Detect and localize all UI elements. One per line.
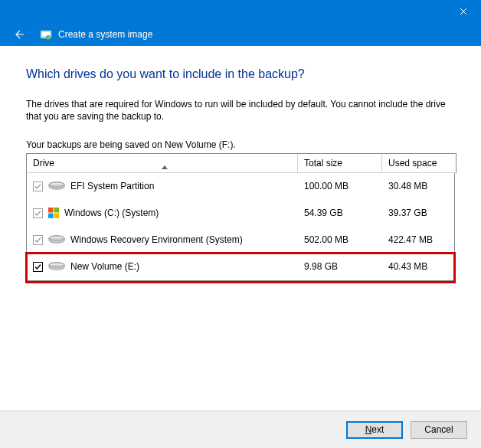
used-space-cell: 422.47 MB <box>382 227 454 253</box>
system-image-icon <box>40 28 52 41</box>
sort-indicator-icon <box>162 161 168 172</box>
total-size-cell: 100.00 MB <box>298 173 382 199</box>
grid-body: EFI System Partition100.00 MB30.48 MBWin… <box>26 173 455 281</box>
next-button[interactable]: Next <box>346 421 403 439</box>
disk-icon <box>47 260 66 273</box>
drive-checkbox <box>33 235 43 245</box>
cancel-button[interactable]: Cancel <box>411 421 467 439</box>
windows-logo-icon <box>47 207 60 219</box>
grid-header-row: Drive Total size Used space <box>27 154 456 173</box>
svg-rect-5 <box>48 208 54 213</box>
disk-icon <box>47 234 66 246</box>
svg-rect-7 <box>48 214 54 219</box>
back-arrow-icon <box>12 28 25 41</box>
disk-icon <box>47 180 66 192</box>
titlebar <box>0 0 481 23</box>
col-header-total-size[interactable]: Total size <box>298 154 382 172</box>
page-heading: Which drives do you want to include in t… <box>26 67 455 81</box>
drive-cell: Windows (C:) (System) <box>27 200 298 226</box>
drive-row: Windows (C:) (System)54.39 GB39.37 GB <box>27 200 454 227</box>
drive-grid-wrap: Drive Total size Used space EFI System P… <box>26 153 455 281</box>
saved-on-label: Your backups are being saved on New Volu… <box>26 139 455 150</box>
svg-rect-6 <box>54 208 60 213</box>
drive-cell: New Volume (E:) <box>27 253 298 280</box>
total-size-cell: 502.00 MB <box>298 227 382 253</box>
close-button[interactable] <box>446 0 481 23</box>
drive-checkbox[interactable] <box>33 262 43 272</box>
window-title: Create a system image <box>58 29 152 40</box>
footer: Next Cancel <box>0 410 481 448</box>
drive-name: New Volume (E:) <box>70 261 139 272</box>
drive-cell: Windows Recovery Environment (System) <box>27 227 298 253</box>
total-size-cell: 9.98 GB <box>298 253 382 280</box>
used-space-cell: 39.37 GB <box>382 200 454 226</box>
svg-rect-8 <box>54 214 60 219</box>
close-icon <box>460 8 467 15</box>
drive-row: Windows Recovery Environment (System)502… <box>27 227 454 253</box>
content-area: Which drives do you want to include in t… <box>0 46 481 281</box>
drive-checkbox <box>33 208 43 218</box>
used-space-cell: 40.43 MB <box>382 253 454 280</box>
col-header-used-space[interactable]: Used space <box>382 154 456 172</box>
next-rest: ext <box>371 424 384 435</box>
used-space-cell: 30.48 MB <box>382 173 454 199</box>
drive-grid-header-container: Drive Total size Used space <box>26 153 456 173</box>
total-size-cell: 54.39 GB <box>298 200 382 226</box>
drive-row: EFI System Partition100.00 MB30.48 MB <box>27 173 454 200</box>
page-description: The drives that are required for Windows… <box>26 98 455 123</box>
header-row: Create a system image <box>0 23 481 46</box>
drive-name: EFI System Partition <box>70 181 154 191</box>
drive-name: Windows (C:) (System) <box>64 208 159 218</box>
drive-row: New Volume (E:)9.98 GB40.43 MB <box>27 253 454 280</box>
drive-checkbox <box>33 181 43 191</box>
drive-name: Windows Recovery Environment (System) <box>70 234 243 245</box>
drive-cell: EFI System Partition <box>27 173 298 199</box>
back-button[interactable] <box>11 27 26 42</box>
